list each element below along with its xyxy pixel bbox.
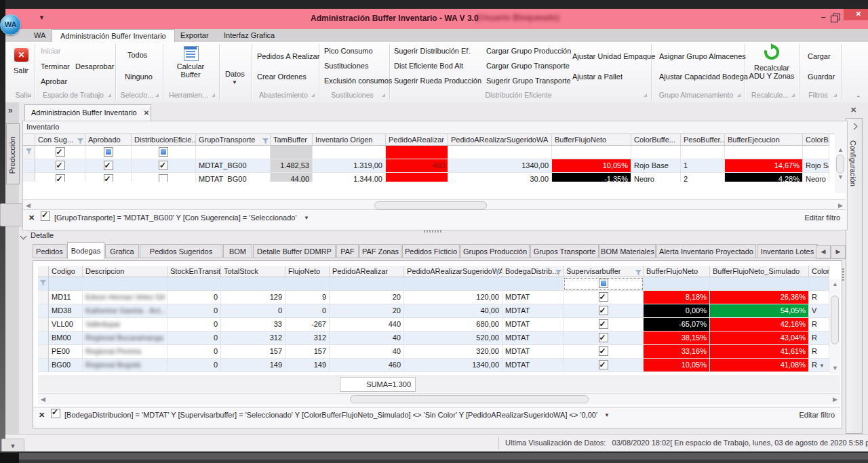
supervisar-checkbox[interactable]: [599, 319, 608, 329]
cargar-button[interactable]: Cargar: [808, 52, 831, 60]
scroll-down-icon[interactable]: ▼: [837, 174, 844, 180]
app-logo[interactable]: WA: [0, 14, 21, 35]
grid-cell[interactable]: MD11: [49, 291, 83, 304]
crear-ordenes-button[interactable]: Crear Ordenes: [257, 73, 307, 81]
grid-cell[interactable]: 460: [386, 159, 448, 173]
document-tab-close-icon[interactable]: ✕: [144, 109, 149, 117]
column-header-bodegadistrib[interactable]: BodegaDistrib...: [502, 266, 564, 277]
column-header-inventarioorigen[interactable]: Inventario Origen: [313, 134, 386, 146]
filter-dropdown-icon[interactable]: ▼: [304, 215, 309, 221]
grid-cell[interactable]: 440: [330, 318, 404, 331]
grid-cell[interactable]: MDTAT_BG00: [196, 173, 271, 182]
grid-cell[interactable]: 157: [285, 345, 330, 359]
grid-cell[interactable]: [386, 173, 448, 182]
column-header-pesobuffer[interactable]: PesoBuffer...: [681, 134, 725, 146]
scroll-left-icon[interactable]: ◀: [26, 202, 31, 209]
dialog-launcher-icon[interactable]: [791, 94, 795, 97]
grid-cell[interactable]: R: [809, 318, 829, 331]
filter-cell[interactable]: [564, 277, 644, 291]
grid-cell[interactable]: 0: [167, 359, 221, 372]
grid-cell[interactable]: 0,00%: [644, 304, 710, 318]
column-header-colorbuffe[interactable]: ColorBuffe...: [631, 134, 681, 146]
grid-cell[interactable]: 320,00: [404, 345, 502, 359]
grid-cell[interactable]: 149: [285, 359, 330, 372]
grid-cell[interactable]: MDTAT: [502, 304, 564, 318]
column-header-pedidoarealizarsugeridowa[interactable]: PedidoARealizarSugeridoWA: [448, 134, 552, 146]
grid-cell[interactable]: 0: [167, 304, 221, 318]
grid-cell[interactable]: 44,00: [271, 173, 313, 182]
sugerir-rueda-button[interactable]: Sugerir Rueda Producción: [394, 77, 481, 85]
terminar-button[interactable]: Terminar: [41, 62, 70, 71]
detalle-tab-grupos-transporte[interactable]: Grupos Transporte: [530, 244, 599, 258]
grid-cell[interactable]: [38, 318, 49, 331]
dialog-launcher-icon[interactable]: [155, 94, 159, 97]
checkbox-checked[interactable]: [56, 174, 65, 182]
grid-cell[interactable]: 10,05%: [644, 359, 710, 372]
asignar-grupo-almacenes-button[interactable]: Asignar Grupo Almacenes: [659, 52, 746, 60]
grid-cell[interactable]: [23, 173, 35, 182]
checkbox-indet[interactable]: [159, 147, 168, 157]
right-dock-strip[interactable]: Configuración: [846, 118, 863, 434]
grid-cell[interactable]: 0: [167, 318, 221, 331]
expand-panel-icon[interactable]: »: [8, 106, 18, 115]
quick-access-dropdown-icon[interactable]: ▼: [39, 14, 45, 21]
detalle-tab-pedidos-ficticio[interactable]: Pedidos Ficticio: [402, 244, 460, 258]
detalle-tab-bom[interactable]: BOM: [223, 244, 252, 258]
column-header-supervisarbuffer[interactable]: Supervisarbuffer: [564, 266, 644, 277]
column-header-color[interactable]: Color: [809, 266, 829, 277]
grid-cell[interactable]: Katherine Gaviria - Act...: [83, 304, 167, 318]
grid-cell[interactable]: 9: [285, 291, 330, 304]
column-header-pedidoarealizar[interactable]: PedidoARealizar: [386, 134, 448, 146]
grid-cell[interactable]: 1.344,00: [313, 173, 386, 182]
filter-cell[interactable]: [83, 277, 167, 291]
checkbox-checked[interactable]: [159, 161, 168, 170]
grid-cell[interactable]: [564, 331, 644, 345]
dialog-launcher-icon[interactable]: [108, 94, 111, 97]
grid-cell[interactable]: 26,36%: [710, 291, 809, 304]
tab-administracion-buffer-inventario[interactable]: Administración Buffer Inventario: [52, 29, 175, 43]
column-header-totalstock[interactable]: TotalStock: [221, 266, 285, 277]
dialog-launcher-icon[interactable]: [737, 94, 741, 97]
grid-cell[interactable]: 312: [221, 331, 285, 345]
grid-cell[interactable]: -267: [285, 318, 330, 331]
grid-cell[interactable]: [38, 359, 49, 372]
grid-cell[interactable]: 54,05%: [710, 304, 809, 318]
column-header-pedidoarealizar[interactable]: PedidoARealizar: [330, 266, 404, 277]
column-header-descripcion[interactable]: Descripcion: [83, 266, 167, 277]
pedidos-a-realizar-button[interactable]: Pedidos A Realizar: [257, 52, 319, 60]
grid-cell[interactable]: R: [809, 345, 829, 359]
column-header-bufferflujoneto[interactable]: BufferFlujoNeto: [552, 134, 631, 146]
grid-cell[interactable]: 157: [221, 345, 285, 359]
dock-tab-produccion[interactable]: Producción: [6, 123, 20, 184]
supervisar-checkbox[interactable]: [599, 292, 608, 302]
detalle-tab-paf[interactable]: PAF: [336, 244, 359, 258]
detalle-tab-bodegas[interactable]: Bodegas: [67, 242, 104, 259]
iniciar-button[interactable]: Iniciar: [41, 47, 60, 55]
grid-cell[interactable]: [564, 345, 644, 359]
column-header-rowindicator[interactable]: [23, 134, 35, 146]
filter-cell[interactable]: [448, 146, 552, 159]
grid-cell[interactable]: 33: [221, 318, 285, 331]
filter-cell[interactable]: [552, 146, 631, 159]
grid-cell[interactable]: Valledupar: [83, 318, 167, 331]
dialog-launcher-icon[interactable]: [644, 94, 647, 97]
edit-filter-link[interactable]: Editar filtro: [804, 214, 840, 222]
grid-cell[interactable]: 43,04%: [710, 331, 809, 345]
todos-button[interactable]: Todos: [127, 51, 147, 59]
grid-cell[interactable]: R: [809, 331, 829, 345]
grid-cell[interactable]: 20: [330, 291, 404, 304]
guardar-button[interactable]: Guardar: [808, 73, 835, 81]
scroll-up-icon[interactable]: ▲: [832, 281, 838, 287]
recalcular-button[interactable]: RecalcularADU Y Zonas: [748, 64, 795, 80]
filter-cell[interactable]: [644, 277, 710, 291]
exclusion-consumos-button[interactable]: Exclusión consumos: [324, 77, 392, 85]
column-header-bufferejecucion[interactable]: BufferEjecucion: [725, 134, 803, 146]
sugerir-distribucion-button[interactable]: Sugerir Distribución Ef.: [394, 47, 471, 55]
grid-cell[interactable]: 41,08%: [710, 359, 809, 372]
horizontal-splitter-handle[interactable]: [424, 226, 443, 234]
ajustar-unidad-empaque-button[interactable]: Ajustar Unidad Empaque: [572, 52, 655, 60]
grid-cell[interactable]: [23, 159, 35, 173]
grid-cell[interactable]: [132, 159, 196, 173]
filter-cell[interactable]: [404, 277, 502, 291]
scroll-down-icon[interactable]: ▼: [832, 365, 838, 371]
